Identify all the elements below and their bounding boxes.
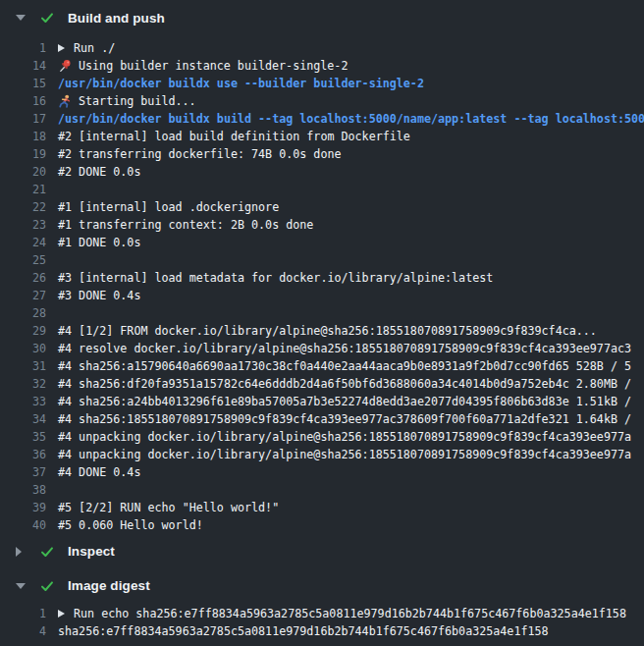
line-number: 35 (0, 430, 46, 444)
line-number: 21 (0, 183, 46, 196)
line-number: 26 (0, 271, 46, 285)
log-text: #2 transferring dockerfile: 74B 0.0s don… (58, 147, 342, 161)
run-group-triangle-icon (58, 44, 65, 52)
log-line: 18 #2 [internal] load build definition f… (0, 128, 644, 145)
log-text: #2 [internal] load build definition from… (58, 130, 410, 143)
line-number: 19 (0, 147, 46, 161)
log-section: Image digest 1 Run echo sha256:e7ff8834a… (0, 568, 644, 640)
log-line[interactable]: 1 Run ./ (0, 39, 644, 57)
chevron-down-icon (16, 583, 27, 589)
log-line: 16 Starting build... (0, 92, 644, 110)
log-text: #1 transferring context: 2B 0.0s done (58, 218, 313, 232)
workflow-log: Build and push 1 Run ./ 14 Using builder… (0, 0, 644, 646)
log-line: 23 #1 transferring context: 2B 0.0s done (0, 216, 644, 234)
log-text: #4 sha256:a24bb4013296f61e89ba57005a7b3e… (58, 395, 631, 408)
log-text: #3 DONE 0.4s (58, 289, 140, 302)
line-number: 36 (0, 448, 46, 461)
log-line: 14 Using builder instance builder-single… (0, 57, 644, 75)
section-header-build-and-push[interactable]: Build and push (0, 0, 644, 35)
log-text: Starting build... (79, 94, 196, 108)
log-text: #5 [2/2] RUN echo "Hello world!" (58, 501, 279, 514)
line-number: 1 (0, 41, 46, 55)
log-text: #3 [internal] load metadata for docker.i… (58, 271, 493, 285)
log-line: 36 #4 unpacking docker.io/library/alpine… (0, 446, 644, 463)
log-section: Build and push 1 Run ./ 14 Using builder… (0, 0, 644, 534)
log-text: /usr/bin/docker buildx build --tag local… (58, 112, 644, 126)
log-text: #5 0.060 Hello world! (58, 518, 203, 532)
log-text: #4 sha256:df20fa9351a15782c64e6dddb2d4a6… (58, 377, 631, 391)
log-line: 39 #5 [2/2] RUN echo "Hello world!" (0, 499, 644, 516)
log-line: 33 #4 sha256:a24bb4013296f61e89ba57005a7… (0, 393, 644, 410)
line-number: 34 (0, 412, 46, 426)
log-line: 37 #4 DONE 0.4s (0, 463, 644, 481)
log-line: 32 #4 sha256:df20fa9351a15782c64e6dddb2d… (0, 375, 644, 393)
log-line: 30 #4 resolve docker.io/library/alpine@s… (0, 340, 644, 357)
line-number: 33 (0, 395, 46, 408)
line-number: 24 (0, 236, 46, 249)
log-text: #4 resolve docker.io/library/alpine@sha2… (58, 342, 631, 355)
log-text: Run ./ (74, 41, 115, 55)
line-number: 32 (0, 377, 46, 391)
log-text: Run echo sha256:e7ff8834a5963a2785c5a081… (74, 607, 626, 620)
log-line: 4 sha256:e7ff8834a5963a2785c5a0811e979d1… (0, 622, 644, 640)
log-line: 38 (0, 481, 644, 499)
log-line: 22 #1 [internal] load .dockerignore (0, 198, 644, 216)
check-icon (39, 544, 55, 560)
line-number: 30 (0, 342, 46, 355)
section-body: 1 Run echo sha256:e7ff8834a5963a2785c5a0… (0, 603, 644, 640)
line-number: 23 (0, 218, 46, 232)
section-body: 1 Run ./ 14 Using builder instance build… (0, 35, 644, 534)
line-number: 37 (0, 465, 46, 479)
log-line: 40 #5 0.060 Hello world! (0, 516, 644, 534)
line-number: 4 (0, 624, 46, 638)
pushpin-icon (58, 59, 72, 73)
section-header-image-digest[interactable]: Image digest (0, 568, 644, 603)
log-text: sha256:e7ff8834a5963a2785c5a0811e979d16b… (58, 624, 549, 638)
chevron-right-icon (16, 547, 27, 557)
log-text: #2 DONE 0.0s (58, 165, 140, 179)
log-line: 35 #4 unpacking docker.io/library/alpine… (0, 428, 644, 446)
line-number: 18 (0, 130, 46, 143)
log-line: 20 #2 DONE 0.0s (0, 163, 644, 181)
log-line: 27 #3 DONE 0.4s (0, 287, 644, 304)
log-line: 31 #4 sha256:a15790640a6690aa1730c38cf0a… (0, 357, 644, 375)
line-number: 17 (0, 112, 46, 126)
log-section: Inspect (0, 534, 644, 568)
log-text: #4 [1/2] FROM docker.io/library/alpine@s… (58, 324, 597, 338)
line-number: 40 (0, 518, 46, 532)
line-number: 28 (0, 306, 46, 320)
line-number: 25 (0, 253, 46, 267)
log-text: #1 DONE 0.0s (58, 236, 140, 249)
line-number: 27 (0, 289, 46, 302)
line-number: 22 (0, 200, 46, 214)
check-icon (39, 10, 55, 26)
line-number: 16 (0, 94, 46, 108)
log-text: /usr/bin/docker buildx use --builder bui… (58, 77, 424, 90)
log-text: #4 DONE 0.4s (58, 465, 140, 479)
line-number: 29 (0, 324, 46, 338)
log-text: Using builder instance builder-single-2 (79, 59, 348, 73)
log-text: #4 sha256:185518070891758909c9f839cf4ca3… (58, 412, 631, 426)
log-text: #4 sha256:a15790640a6690aa1730c38cf0a440… (58, 359, 631, 373)
run-group-triangle-icon (58, 610, 65, 618)
section-title: Build and push (68, 11, 165, 26)
log-text: #4 unpacking docker.io/library/alpine@sh… (58, 430, 631, 444)
line-number: 31 (0, 359, 46, 373)
log-line: 15 /usr/bin/docker buildx use --builder … (0, 75, 644, 92)
section-header-inspect[interactable]: Inspect (0, 534, 644, 568)
log-line[interactable]: 1 Run echo sha256:e7ff8834a5963a2785c5a0… (0, 605, 644, 622)
log-line: 25 (0, 251, 644, 269)
line-number: 15 (0, 77, 46, 90)
check-icon (39, 578, 55, 594)
line-number: 1 (0, 607, 46, 620)
log-line: 19 #2 transferring dockerfile: 74B 0.0s … (0, 145, 644, 163)
log-line: 34 #4 sha256:185518070891758909c9f839cf4… (0, 410, 644, 428)
log-line: 24 #1 DONE 0.0s (0, 234, 644, 251)
log-text: #1 [internal] load .dockerignore (58, 200, 279, 214)
log-line: 28 (0, 304, 644, 322)
log-text: #4 unpacking docker.io/library/alpine@sh… (58, 448, 631, 461)
log-line: 29 #4 [1/2] FROM docker.io/library/alpin… (0, 322, 644, 340)
chevron-down-icon (16, 15, 27, 21)
line-number: 20 (0, 165, 46, 179)
line-number: 39 (0, 501, 46, 514)
